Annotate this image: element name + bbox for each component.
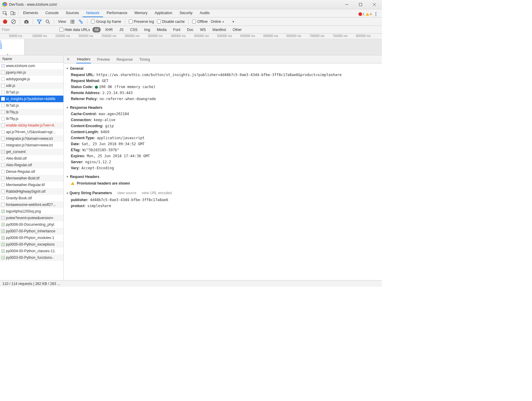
request-row[interactable]: integrator.js?domain=www.ict (0, 142, 63, 148)
maximize-button[interactable] (354, 0, 367, 9)
filter-type-xhr[interactable]: XHR (103, 27, 115, 32)
request-row[interactable]: py0007-00-Python_Inheritance (0, 228, 63, 234)
filter-type-js[interactable]: JS (117, 27, 125, 32)
timeline-tick: 350000 ms (148, 34, 162, 38)
request-row[interactable]: py0003-00-Python_functions-. (0, 254, 63, 261)
request-row[interactable]: integrator.js?domain=www.ict (0, 135, 63, 142)
request-row[interactable]: sdk.js (0, 82, 63, 89)
request-row[interactable]: Dense-Regular.otf (0, 168, 63, 175)
error-badge[interactable]: 1 (358, 12, 364, 16)
view-source-link[interactable]: view source (117, 191, 136, 195)
capture-screenshot-icon[interactable] (24, 19, 29, 24)
request-name: py0006-00-Phyton_modules-1 (6, 236, 54, 240)
tab-memory[interactable]: Memory (131, 9, 151, 17)
request-row[interactable]: st_insights.js?publisher=4d48b (0, 96, 63, 102)
section-query-params[interactable]: ▼ Query String Parametersview sourceview… (64, 189, 382, 197)
timeline-tick: 400000 ms (171, 34, 186, 38)
request-row[interactable]: py0004-00-Python_classes-11. (0, 248, 63, 254)
tab-elements[interactable]: Elements (20, 9, 42, 17)
request-row[interactable]: 9r7a0.js (0, 102, 63, 109)
tab-audits[interactable]: Audits (196, 9, 213, 17)
section-request-headers[interactable]: ▼Request Headers (64, 173, 382, 180)
filter-type-css[interactable]: CSS (128, 27, 140, 32)
detail-tab-preview[interactable]: Preview (96, 56, 110, 63)
detail-tab-timing[interactable]: Timing (139, 56, 151, 63)
clear-button[interactable] (11, 19, 16, 24)
tab-console[interactable]: Console (42, 9, 62, 17)
file-icon (1, 256, 5, 259)
detail-tab-headers[interactable]: Headers (76, 55, 91, 63)
tab-performance[interactable]: Performance (103, 9, 131, 17)
filter-type-doc[interactable]: Doc (185, 27, 195, 32)
minimize-button[interactable] (340, 0, 354, 9)
request-row[interactable]: py0008-00-Documenting_phyt (0, 221, 63, 228)
inspect-element-icon[interactable] (1, 9, 9, 17)
request-row[interactable]: enable-sticky-header.js?ver=4. (0, 122, 63, 129)
request-row[interactable]: RabbidHighwaySignII.otf (0, 188, 63, 195)
filter-type-all[interactable]: All (92, 27, 101, 32)
filter-type-ws[interactable]: WS (198, 27, 208, 32)
tab-application[interactable]: Application (151, 9, 176, 17)
device-mode-icon[interactable] (9, 9, 17, 17)
request-name: enable-sticky-header.js?ver=4. (6, 123, 55, 127)
filter-input[interactable] (0, 26, 57, 33)
request-row[interactable]: Gravity-Book.otf (0, 195, 63, 201)
disable-cache-checkbox[interactable]: Disable cache (157, 20, 185, 24)
close-button[interactable] (367, 0, 381, 9)
section-general[interactable]: ▼General (64, 65, 382, 72)
throttle-dropdown-arrow[interactable]: ▾ (232, 20, 234, 24)
view-list-icon[interactable] (70, 19, 75, 24)
request-row[interactable]: Merriweather-Bold.ttf (0, 175, 63, 182)
request-row[interactable]: py0006-00-Phyton_modules-1 (0, 234, 63, 241)
request-row[interactable]: get_consent (0, 148, 63, 155)
request-name: adsbygoogle.js (6, 77, 30, 81)
search-icon[interactable] (45, 19, 50, 24)
request-row[interactable]: 9r79y.js (0, 115, 63, 122)
filter-type-other[interactable]: Other (231, 27, 244, 32)
request-row[interactable]: adsbygoogle.js (0, 76, 63, 82)
request-row[interactable]: jquery.min.js (0, 69, 63, 76)
file-icon (1, 71, 5, 74)
request-row[interactable]: Aleo-Bold.otf (0, 155, 63, 162)
request-row[interactable]: 9r7a0.js (0, 89, 63, 96)
detail-tab-response[interactable]: Response (116, 56, 133, 63)
preserve-log-checkbox[interactable]: Preserve log (129, 20, 154, 24)
request-row[interactable]: logoAlpha1200sq.png (0, 208, 63, 215)
offline-checkbox[interactable]: Offline (192, 20, 207, 24)
filter-icon[interactable] (37, 19, 42, 24)
request-detail-panel: ✕ HeadersPreviewResponseTiming ▼General … (64, 55, 382, 280)
warning-badge[interactable]: 4 (366, 12, 372, 16)
throttle-select[interactable]: Online ▾ (211, 20, 224, 24)
request-row[interactable]: api.js?hl=en_US&onload=sgr... (0, 129, 63, 135)
request-row[interactable]: www.ictshore.com (0, 63, 63, 69)
view-waterfall-icon[interactable] (78, 19, 83, 24)
tab-security[interactable]: Security (176, 9, 196, 17)
request-row[interactable]: py0005-00-Python_exceptions (0, 241, 63, 248)
timeline-tick: 50000 ms (9, 34, 22, 38)
request-row[interactable]: 9r79y.js (0, 109, 63, 115)
record-button[interactable] (2, 19, 8, 24)
filter-type-manifest[interactable]: Manifest (210, 27, 228, 32)
view-label: View: (58, 20, 67, 24)
request-row[interactable]: Merriweather-Regular.ttf (0, 182, 63, 188)
request-row[interactable]: fontawesome-webfont.woff2?... (0, 201, 63, 208)
timeline-tick: 250000 ms (101, 34, 116, 38)
tab-network[interactable]: Network (83, 9, 103, 17)
file-icon (1, 243, 5, 246)
view-url-encoded-link[interactable]: view URL encoded (142, 191, 172, 195)
network-timeline[interactable]: 50000 ms100000 ms150000 ms200000 ms25000… (0, 34, 382, 55)
section-response-headers[interactable]: ▼Response Headers (64, 104, 382, 111)
filter-type-font[interactable]: Font (171, 27, 183, 32)
filter-type-media[interactable]: Media (155, 27, 169, 32)
svg-rect-18 (71, 20, 74, 20)
file-icon (1, 176, 5, 180)
tab-sources[interactable]: Sources (62, 9, 83, 17)
request-row[interactable]: Aleo-Regular.otf (0, 162, 63, 168)
kebab-menu-icon[interactable] (373, 11, 379, 17)
request-row[interactable]: pview?event=pview&version= (0, 215, 63, 221)
filter-type-img[interactable]: Img (142, 27, 152, 32)
close-detail-icon[interactable]: ✕ (66, 57, 70, 61)
group-by-frame-checkbox[interactable]: Group by frame (91, 20, 121, 24)
hide-data-urls-checkbox[interactable]: Hide data URLs (59, 28, 90, 32)
request-list-header[interactable]: Name (0, 55, 63, 63)
